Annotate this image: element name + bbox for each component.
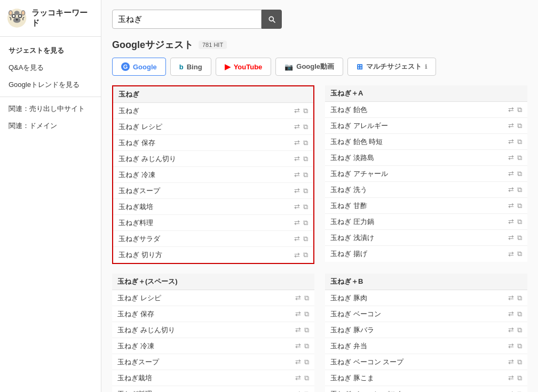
retweet-icon[interactable] bbox=[508, 106, 514, 114]
retweet-icon[interactable] bbox=[508, 374, 514, 382]
sidebar-divider bbox=[0, 97, 101, 97]
tab-youtube[interactable]: ▶ YouTube bbox=[216, 58, 272, 76]
sidebar-logo: ラッコキーワード bbox=[0, 0, 101, 37]
sidebar-item-qa[interactable]: Q&Aを見る bbox=[0, 59, 101, 76]
retweet-icon[interactable] bbox=[508, 326, 514, 334]
retweet-icon[interactable] bbox=[294, 155, 300, 163]
external-icon[interactable] bbox=[303, 107, 308, 115]
retweet-icon[interactable] bbox=[294, 171, 300, 179]
retweet-icon[interactable] bbox=[508, 310, 514, 318]
external-icon[interactable] bbox=[517, 106, 522, 114]
sidebar-item-suggest[interactable]: サジェストを見る bbox=[0, 42, 101, 59]
retweet-icon[interactable] bbox=[294, 187, 300, 195]
retweet-icon[interactable] bbox=[508, 390, 514, 392]
retweet-icon[interactable] bbox=[508, 186, 514, 194]
retweet-icon[interactable] bbox=[508, 122, 514, 130]
external-icon[interactable] bbox=[303, 139, 308, 147]
result-item-text: 玉ねぎ みじん切り bbox=[118, 154, 294, 164]
external-icon[interactable] bbox=[517, 358, 522, 366]
external-icon[interactable] bbox=[304, 342, 309, 350]
external-icon[interactable] bbox=[304, 390, 309, 393]
sidebar-item-trends[interactable]: Googleトレンドを見る bbox=[0, 76, 101, 93]
tab-bing[interactable]: b Bing bbox=[170, 58, 211, 76]
external-icon[interactable] bbox=[304, 374, 309, 382]
retweet-icon[interactable] bbox=[508, 154, 514, 162]
result-item: 玉ねぎ 洗う bbox=[325, 182, 527, 198]
external-icon[interactable] bbox=[517, 186, 522, 194]
external-icon[interactable] bbox=[303, 251, 308, 259]
result-item-text: 玉ねぎ 飴色 時短 bbox=[330, 137, 508, 147]
external-icon[interactable] bbox=[304, 294, 309, 302]
external-icon[interactable] bbox=[517, 202, 522, 210]
external-icon[interactable] bbox=[517, 234, 522, 242]
external-icon[interactable] bbox=[517, 294, 522, 302]
tab-google-movie[interactable]: 📷 Google動画 bbox=[275, 58, 343, 76]
external-icon[interactable] bbox=[303, 203, 308, 211]
section-title: Googleサジェスト 781 HIT bbox=[112, 38, 527, 51]
retweet-icon[interactable] bbox=[295, 294, 301, 302]
retweet-icon[interactable] bbox=[295, 310, 301, 318]
search-button[interactable] bbox=[262, 10, 282, 29]
sidebar-item-related-domain[interactable]: 関連：ドメイン bbox=[0, 117, 101, 134]
result-item-text: 玉ねぎ 豚バラ bbox=[330, 325, 508, 335]
external-icon[interactable] bbox=[304, 326, 309, 334]
retweet-icon[interactable] bbox=[295, 374, 301, 382]
retweet-icon[interactable] bbox=[294, 251, 300, 259]
external-icon[interactable] bbox=[517, 170, 522, 178]
retweet-icon[interactable] bbox=[294, 123, 300, 131]
section-title-text: Googleサジェスト bbox=[112, 38, 193, 51]
retweet-icon[interactable] bbox=[295, 358, 301, 366]
result-item-text: 玉ねぎ 豚こま bbox=[330, 373, 508, 383]
external-icon[interactable] bbox=[303, 219, 308, 227]
result-item: 玉ねぎ 冷凍 bbox=[113, 167, 313, 183]
retweet-icon[interactable] bbox=[295, 326, 301, 334]
retweet-icon[interactable] bbox=[295, 390, 301, 392]
external-icon[interactable] bbox=[517, 250, 522, 258]
external-icon[interactable] bbox=[517, 326, 522, 334]
retweet-icon[interactable] bbox=[294, 139, 300, 147]
external-icon[interactable] bbox=[517, 218, 522, 226]
result-item-actions bbox=[295, 326, 309, 334]
retweet-icon[interactable] bbox=[294, 203, 300, 211]
hit-badge: 781 HIT bbox=[199, 41, 227, 49]
external-icon[interactable] bbox=[517, 154, 522, 162]
external-icon[interactable] bbox=[304, 358, 309, 366]
tab-bing-label: Bing bbox=[187, 63, 202, 71]
result-section-a-header: 玉ねぎ＋A bbox=[325, 85, 527, 102]
retweet-icon[interactable] bbox=[508, 218, 514, 226]
result-item-text: 玉ねぎ ベーコン スープ bbox=[330, 357, 508, 367]
retweet-icon[interactable] bbox=[508, 294, 514, 302]
tab-multi[interactable]: ⊞ マルチサジェスト ℹ bbox=[347, 58, 436, 76]
external-icon[interactable] bbox=[517, 374, 522, 382]
external-icon[interactable] bbox=[303, 155, 308, 163]
retweet-icon[interactable] bbox=[508, 170, 514, 178]
retweet-icon[interactable] bbox=[294, 107, 300, 115]
retweet-icon[interactable] bbox=[508, 358, 514, 366]
retweet-icon[interactable] bbox=[508, 234, 514, 242]
result-section-main: 玉ねぎ 玉ねぎ 玉ねぎ レシピ bbox=[112, 85, 314, 264]
search-input[interactable] bbox=[112, 10, 262, 29]
external-icon[interactable] bbox=[517, 138, 522, 146]
result-item-actions bbox=[508, 326, 522, 334]
retweet-icon[interactable] bbox=[295, 342, 301, 350]
external-icon[interactable] bbox=[303, 235, 308, 243]
external-icon[interactable] bbox=[517, 342, 522, 350]
external-icon[interactable] bbox=[303, 187, 308, 195]
retweet-icon[interactable] bbox=[294, 219, 300, 227]
retweet-icon[interactable] bbox=[294, 235, 300, 243]
external-icon[interactable] bbox=[517, 390, 522, 393]
sidebar-item-related-sell[interactable]: 関連：売り出し中サイト bbox=[0, 100, 101, 117]
result-item: 玉ねぎ 保存 bbox=[112, 306, 314, 322]
retweet-icon[interactable] bbox=[508, 342, 514, 350]
external-icon[interactable] bbox=[517, 122, 522, 130]
tab-google[interactable]: G Google bbox=[112, 58, 166, 76]
external-icon[interactable] bbox=[303, 171, 308, 179]
result-item-text: 玉ねぎ 浅漬け bbox=[330, 233, 508, 243]
retweet-icon[interactable] bbox=[508, 138, 514, 146]
retweet-icon[interactable] bbox=[508, 202, 514, 210]
result-item-actions bbox=[508, 218, 522, 226]
external-icon[interactable] bbox=[303, 123, 308, 131]
external-icon[interactable] bbox=[517, 310, 522, 318]
retweet-icon[interactable] bbox=[508, 250, 514, 258]
external-icon[interactable] bbox=[304, 310, 309, 318]
